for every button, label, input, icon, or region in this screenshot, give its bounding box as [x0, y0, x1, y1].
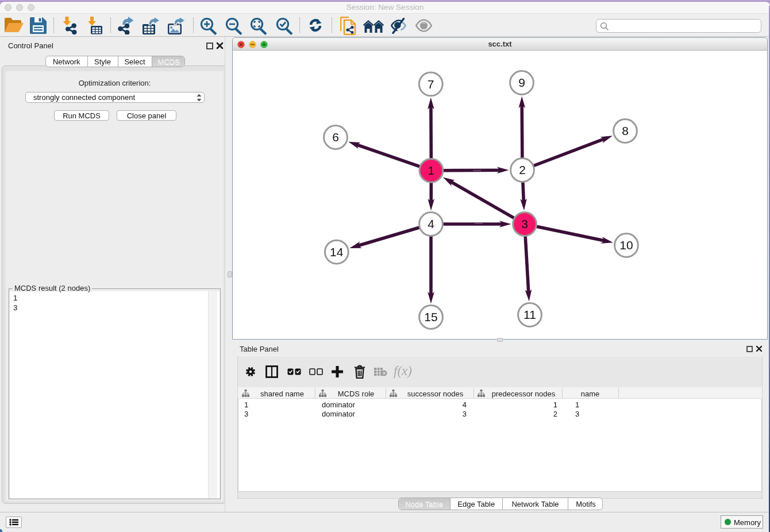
svg-text:9: 9 — [518, 76, 525, 89]
svg-text:1: 1 — [428, 164, 435, 177]
svg-text:6: 6 — [332, 130, 339, 144]
svg-text:8: 8 — [622, 124, 629, 137]
svg-text:15: 15 — [424, 310, 437, 323]
svg-text:14: 14 — [330, 245, 344, 259]
svg-text:11: 11 — [523, 308, 536, 321]
svg-text:10: 10 — [619, 238, 633, 252]
svg-text:3: 3 — [521, 217, 528, 230]
svg-text:4: 4 — [428, 217, 434, 230]
svg-text:2: 2 — [519, 163, 526, 176]
svg-text:7: 7 — [428, 78, 434, 91]
